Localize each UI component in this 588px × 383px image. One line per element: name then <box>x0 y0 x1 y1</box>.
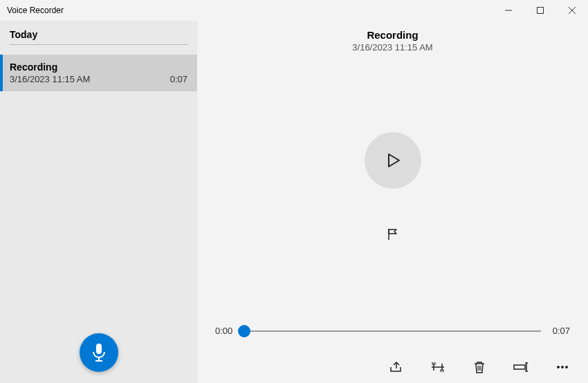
delete-button[interactable] <box>470 358 488 376</box>
close-icon <box>569 7 576 14</box>
svg-rect-1 <box>538 8 544 14</box>
delete-icon <box>474 361 485 373</box>
recording-item-title: Recording <box>10 62 187 73</box>
flag-icon <box>386 227 400 241</box>
svg-point-23 <box>558 366 560 368</box>
playback-area <box>197 53 588 326</box>
svg-rect-13 <box>432 362 435 364</box>
add-marker-button[interactable] <box>380 222 405 247</box>
svg-rect-19 <box>514 365 525 369</box>
main-panel: Recording 3/16/2023 11:15 AM 0:00 <box>197 21 588 383</box>
divider <box>10 44 187 45</box>
svg-point-24 <box>562 366 564 368</box>
window-controls <box>493 0 588 21</box>
recording-item-meta: 3/16/2023 11:15 AM 0:07 <box>10 74 187 84</box>
microphone-icon <box>91 343 107 362</box>
more-icon <box>556 365 569 369</box>
more-button[interactable] <box>553 358 571 376</box>
play-button[interactable] <box>365 132 421 189</box>
sidebar: Today Recording 3/16/2023 11:15 AM 0:07 <box>0 21 197 383</box>
close-button[interactable] <box>556 0 588 21</box>
share-button[interactable] <box>387 358 405 376</box>
trim-button[interactable] <box>429 358 447 376</box>
svg-point-25 <box>566 366 568 368</box>
trim-icon <box>430 362 445 372</box>
svg-rect-14 <box>441 370 443 372</box>
recording-header: Recording 3/16/2023 11:15 AM <box>197 21 588 53</box>
seek-thumb[interactable] <box>238 325 250 337</box>
minimize-icon <box>505 7 512 14</box>
rename-icon <box>513 362 529 372</box>
app-window: Voice Recorder Today Recording 3/16/2023… <box>0 0 588 383</box>
recording-item-duration: 0:07 <box>170 74 187 84</box>
record-button[interactable] <box>80 333 118 372</box>
recording-item-timestamp: 3/16/2023 11:15 AM <box>10 74 90 84</box>
time-total: 0:07 <box>549 326 570 336</box>
maximize-button[interactable] <box>524 0 556 21</box>
seek-track[interactable] <box>244 330 541 332</box>
recording-list-item[interactable]: Recording 3/16/2023 11:15 AM 0:07 <box>0 55 197 91</box>
recording-timestamp: 3/16/2023 11:15 AM <box>197 42 588 53</box>
svg-marker-7 <box>389 154 399 167</box>
time-current: 0:00 <box>215 326 236 336</box>
svg-rect-4 <box>96 344 102 354</box>
playback-timeline: 0:00 0:07 <box>197 326 588 336</box>
rename-button[interactable] <box>512 358 530 376</box>
app-body: Today Recording 3/16/2023 11:15 AM 0:07 <box>0 21 588 383</box>
maximize-icon <box>537 7 544 14</box>
recording-title: Recording <box>197 29 588 41</box>
play-icon <box>384 151 402 169</box>
app-title: Voice Recorder <box>7 6 64 15</box>
section-header-today: Today <box>0 21 197 44</box>
titlebar: Voice Recorder <box>0 0 588 21</box>
minimize-button[interactable] <box>493 0 524 21</box>
share-icon <box>389 361 403 373</box>
action-toolbar <box>197 351 588 383</box>
